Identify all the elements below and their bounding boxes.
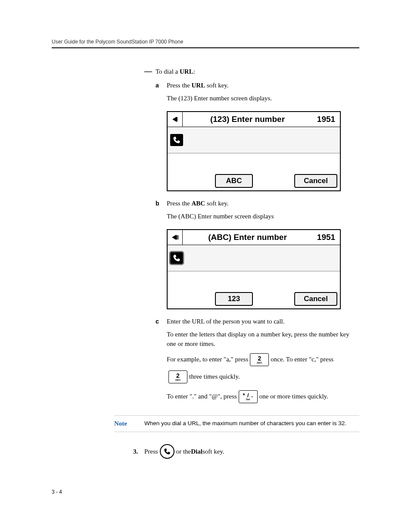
step-c-sym-prefix: To enter "." and "@", press <box>167 392 237 401</box>
key-2: 2 ABC <box>250 353 269 366</box>
softkey-123: 123 <box>215 292 253 306</box>
intro-prefix: To dial a <box>156 68 180 75</box>
svg-rect-3 <box>176 235 177 240</box>
step-letter: b <box>156 199 167 208</box>
screen2-title: (ABC) Enter number <box>183 231 312 243</box>
step-a-line1-bold: URL <box>192 82 206 89</box>
note-text: When you dial a URL, the maximum number … <box>144 419 346 429</box>
svg-marker-2 <box>172 235 176 240</box>
screen2-time: 1951 <box>312 231 340 243</box>
step-3: 3. Press or the Dial soft key. <box>133 444 359 459</box>
dial-hardkey-icon <box>160 444 174 459</box>
step-a: a Press the URL soft key. The (123) Ente… <box>156 81 359 103</box>
step-b-line1-bold: ABC <box>192 200 206 207</box>
step-c-line1: Enter the URL of the person you want to … <box>167 317 359 327</box>
step-c-sym-suffix: one or more times quickly. <box>259 392 328 401</box>
key-2: 2 ABC <box>168 370 187 383</box>
softkey-cancel: Cancel <box>294 292 337 306</box>
softkey-cancel: Cancel <box>294 174 337 188</box>
step3-bold: Dial <box>191 447 202 457</box>
step-letter: c <box>156 317 167 326</box>
page-footer: 3 - 4 <box>52 489 359 495</box>
note-label: Note <box>114 419 144 429</box>
step-number: 3. <box>133 447 144 457</box>
screen1-title: (123) Enter number <box>183 113 312 125</box>
svg-rect-4 <box>177 235 178 240</box>
handset-icon <box>170 134 183 146</box>
svg-marker-0 <box>172 117 177 122</box>
page-header: User Guide for the Polycom SoundStation … <box>52 39 359 48</box>
step3-suffix: soft key. <box>202 447 224 457</box>
bullet-row: — To dial a URL: <box>144 65 359 77</box>
phone-screenshot-1: (123) Enter number 1951 ABC Cancel <box>167 111 359 192</box>
step-c-line2: To enter the letters that display on a n… <box>167 330 359 349</box>
step-c: c Enter the URL of the person you want t… <box>156 317 359 403</box>
intro-suffix: : <box>193 68 195 75</box>
dash-bullet: — <box>144 65 156 77</box>
step-b-line1-suffix: soft key. <box>205 200 228 207</box>
step-a-line1-suffix: soft key. <box>205 82 228 89</box>
back-icon <box>168 112 183 127</box>
step-b-line2: The (ABC) Enter number screen displays <box>167 212 359 221</box>
step-a-line1-prefix: Press the <box>167 82 192 89</box>
softkey-abc: ABC <box>215 174 253 188</box>
intro-bold: URL <box>180 68 193 75</box>
step-letter: a <box>156 81 167 90</box>
phone-screenshot-2: (ABC) Enter number 1951 123 Cancel <box>167 229 359 310</box>
handset-icon <box>170 252 183 264</box>
step3-prefix: Press <box>144 447 158 457</box>
step3-mid: or the <box>176 447 191 457</box>
note-box: Note When you dial a URL, the maximum nu… <box>114 415 359 432</box>
step-c-ex-suffix: three times quickly. <box>189 372 240 382</box>
screen1-time: 1951 <box>312 113 340 125</box>
svg-rect-1 <box>177 117 177 121</box>
step-c-ex-mid: once. To enter "c," press <box>271 355 333 364</box>
step-b: b Press the ABC soft key. The (ABC) Ente… <box>156 199 359 221</box>
back-icon <box>168 230 183 245</box>
step-a-line2: The (123) Enter number screen displays. <box>167 94 359 103</box>
step-b-line1-prefix: Press the <box>167 200 192 207</box>
key-star: * / . Del <box>239 390 258 403</box>
step-c-ex-prefix: For example, to enter "a," press <box>167 355 248 364</box>
